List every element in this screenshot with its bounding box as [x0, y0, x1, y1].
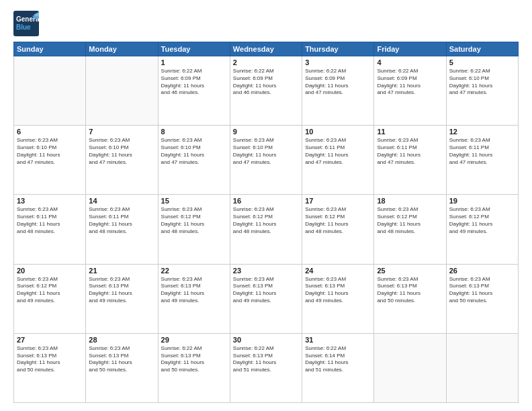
cell-text: Sunrise: 6:23 AM Sunset: 6:13 PM Dayligh…: [233, 276, 299, 305]
cell-text: Sunrise: 6:23 AM Sunset: 6:13 PM Dayligh…: [305, 276, 371, 305]
day-number: 20: [17, 267, 83, 275]
cell-text: Sunrise: 6:23 AM Sunset: 6:10 PM Dayligh…: [17, 137, 83, 166]
calendar-cell: 24Sunrise: 6:23 AM Sunset: 6:13 PM Dayli…: [302, 264, 374, 333]
day-number: 5: [449, 58, 515, 66]
day-number: 29: [161, 336, 227, 344]
cell-text: Sunrise: 6:23 AM Sunset: 6:12 PM Dayligh…: [161, 206, 227, 235]
calendar-cell: 1Sunrise: 6:22 AM Sunset: 6:09 PM Daylig…: [158, 56, 230, 126]
day-number: 26: [449, 267, 515, 275]
day-number: 19: [449, 197, 515, 205]
weekday-header-wednesday: Wednesday: [230, 42, 302, 56]
calendar-cell: 15Sunrise: 6:23 AM Sunset: 6:12 PM Dayli…: [158, 195, 230, 264]
day-number: 30: [233, 336, 299, 344]
cell-text: Sunrise: 6:23 AM Sunset: 6:12 PM Dayligh…: [449, 206, 515, 235]
cell-text: Sunrise: 6:22 AM Sunset: 6:14 PM Dayligh…: [305, 345, 371, 374]
calendar-cell: [446, 333, 518, 402]
day-number: 1: [161, 58, 227, 66]
calendar-cell: 6Sunrise: 6:23 AM Sunset: 6:10 PM Daylig…: [14, 126, 86, 195]
cell-text: Sunrise: 6:23 AM Sunset: 6:13 PM Dayligh…: [449, 276, 515, 305]
day-number: 23: [233, 267, 299, 275]
calendar-cell: 13Sunrise: 6:23 AM Sunset: 6:11 PM Dayli…: [14, 195, 86, 264]
day-number: 24: [305, 267, 371, 275]
cell-text: Sunrise: 6:23 AM Sunset: 6:10 PM Dayligh…: [233, 137, 299, 166]
calendar-cell: 31Sunrise: 6:22 AM Sunset: 6:14 PM Dayli…: [302, 333, 374, 402]
calendar-cell: 11Sunrise: 6:23 AM Sunset: 6:11 PM Dayli…: [374, 126, 446, 195]
calendar-cell: 27Sunrise: 6:23 AM Sunset: 6:13 PM Dayli…: [14, 333, 86, 402]
calendar-cell: 5Sunrise: 6:22 AM Sunset: 6:10 PM Daylig…: [446, 56, 518, 126]
calendar-cell: 18Sunrise: 6:23 AM Sunset: 6:12 PM Dayli…: [374, 195, 446, 264]
calendar-cell: 9Sunrise: 6:23 AM Sunset: 6:10 PM Daylig…: [230, 126, 302, 195]
calendar-cell: 14Sunrise: 6:23 AM Sunset: 6:11 PM Dayli…: [86, 195, 158, 264]
day-number: 15: [161, 197, 227, 205]
calendar-cell: 21Sunrise: 6:23 AM Sunset: 6:13 PM Dayli…: [86, 264, 158, 333]
calendar-cell: 4Sunrise: 6:22 AM Sunset: 6:09 PM Daylig…: [374, 56, 446, 126]
cell-text: Sunrise: 6:23 AM Sunset: 6:12 PM Dayligh…: [305, 206, 371, 235]
day-number: 18: [377, 197, 443, 205]
calendar-cell: 7Sunrise: 6:23 AM Sunset: 6:10 PM Daylig…: [86, 126, 158, 195]
day-number: 2: [233, 58, 299, 66]
calendar-table: SundayMondayTuesdayWednesdayThursdayFrid…: [13, 42, 519, 403]
cell-text: Sunrise: 6:23 AM Sunset: 6:10 PM Dayligh…: [161, 137, 227, 166]
calendar-week-3: 13Sunrise: 6:23 AM Sunset: 6:11 PM Dayli…: [14, 195, 519, 264]
weekday-header-saturday: Saturday: [446, 42, 518, 56]
calendar-cell: 22Sunrise: 6:23 AM Sunset: 6:13 PM Dayli…: [158, 264, 230, 333]
cell-text: Sunrise: 6:23 AM Sunset: 6:11 PM Dayligh…: [17, 206, 83, 235]
day-number: 27: [17, 336, 83, 344]
day-number: 4: [377, 58, 443, 66]
day-number: 22: [161, 267, 227, 275]
weekday-header-friday: Friday: [374, 42, 446, 56]
cell-text: Sunrise: 6:22 AM Sunset: 6:10 PM Dayligh…: [449, 68, 515, 97]
calendar-cell: 12Sunrise: 6:23 AM Sunset: 6:11 PM Dayli…: [446, 126, 518, 195]
day-number: 12: [449, 128, 515, 136]
calendar-cell: 26Sunrise: 6:23 AM Sunset: 6:13 PM Dayli…: [446, 264, 518, 333]
day-number: 8: [161, 128, 227, 136]
calendar-cell: [86, 56, 158, 126]
cell-text: Sunrise: 6:22 AM Sunset: 6:09 PM Dayligh…: [161, 68, 227, 97]
day-number: 17: [305, 197, 371, 205]
cell-text: Sunrise: 6:23 AM Sunset: 6:12 PM Dayligh…: [17, 276, 83, 305]
cell-text: Sunrise: 6:23 AM Sunset: 6:11 PM Dayligh…: [89, 206, 154, 235]
cell-text: Sunrise: 6:23 AM Sunset: 6:13 PM Dayligh…: [89, 276, 154, 305]
day-number: 31: [305, 336, 371, 344]
weekday-header-thursday: Thursday: [302, 42, 374, 56]
day-number: 6: [17, 128, 83, 136]
calendar-cell: [374, 333, 446, 402]
day-number: 13: [17, 197, 83, 205]
calendar-cell: 28Sunrise: 6:23 AM Sunset: 6:13 PM Dayli…: [86, 333, 158, 402]
weekday-header-sunday: Sunday: [14, 42, 86, 56]
day-number: 25: [377, 267, 443, 275]
cell-text: Sunrise: 6:22 AM Sunset: 6:09 PM Dayligh…: [305, 68, 371, 97]
day-number: 7: [89, 128, 154, 136]
day-number: 21: [89, 267, 154, 275]
page: General Blue SundayMondayTuesdayWednesda…: [0, 0, 532, 411]
cell-text: Sunrise: 6:23 AM Sunset: 6:13 PM Dayligh…: [377, 276, 443, 305]
calendar-week-2: 6Sunrise: 6:23 AM Sunset: 6:10 PM Daylig…: [14, 126, 519, 195]
day-number: 28: [89, 336, 154, 344]
calendar-week-1: 1Sunrise: 6:22 AM Sunset: 6:09 PM Daylig…: [14, 56, 519, 126]
calendar-cell: 30Sunrise: 6:22 AM Sunset: 6:13 PM Dayli…: [230, 333, 302, 402]
calendar-cell: 8Sunrise: 6:23 AM Sunset: 6:10 PM Daylig…: [158, 126, 230, 195]
day-number: 10: [305, 128, 371, 136]
calendar-week-5: 27Sunrise: 6:23 AM Sunset: 6:13 PM Dayli…: [14, 333, 519, 402]
cell-text: Sunrise: 6:23 AM Sunset: 6:13 PM Dayligh…: [17, 345, 83, 374]
calendar-cell: [14, 56, 86, 126]
cell-text: Sunrise: 6:23 AM Sunset: 6:12 PM Dayligh…: [377, 206, 443, 235]
cell-text: Sunrise: 6:23 AM Sunset: 6:11 PM Dayligh…: [305, 137, 371, 166]
cell-text: Sunrise: 6:22 AM Sunset: 6:09 PM Dayligh…: [377, 68, 443, 97]
cell-text: Sunrise: 6:23 AM Sunset: 6:13 PM Dayligh…: [161, 276, 227, 305]
weekday-header-row: SundayMondayTuesdayWednesdayThursdayFrid…: [14, 42, 519, 56]
day-number: 9: [233, 128, 299, 136]
header: General Blue: [13, 11, 519, 36]
logo-icon: General Blue: [13, 11, 39, 36]
cell-text: Sunrise: 6:23 AM Sunset: 6:10 PM Dayligh…: [89, 137, 154, 166]
cell-text: Sunrise: 6:23 AM Sunset: 6:13 PM Dayligh…: [89, 345, 154, 374]
calendar-cell: 19Sunrise: 6:23 AM Sunset: 6:12 PM Dayli…: [446, 195, 518, 264]
day-number: 3: [305, 58, 371, 66]
day-number: 11: [377, 128, 443, 136]
calendar-cell: 16Sunrise: 6:23 AM Sunset: 6:12 PM Dayli…: [230, 195, 302, 264]
cell-text: Sunrise: 6:22 AM Sunset: 6:13 PM Dayligh…: [161, 345, 227, 374]
calendar-cell: 2Sunrise: 6:22 AM Sunset: 6:09 PM Daylig…: [230, 56, 302, 126]
calendar-cell: 3Sunrise: 6:22 AM Sunset: 6:09 PM Daylig…: [302, 56, 374, 126]
cell-text: Sunrise: 6:22 AM Sunset: 6:13 PM Dayligh…: [233, 345, 299, 374]
cell-text: Sunrise: 6:23 AM Sunset: 6:11 PM Dayligh…: [449, 137, 515, 166]
